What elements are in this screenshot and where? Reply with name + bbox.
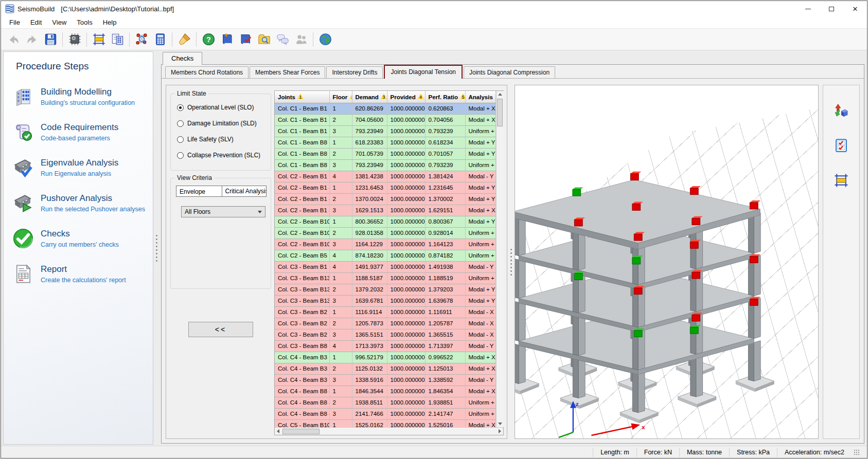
collapse-panel-button[interactable]: << (188, 322, 253, 337)
table-row[interactable]: Col. C3 - Beam B211116.91141000.0000001.… (275, 306, 495, 318)
table-row[interactable]: Col. C2 - Beam B1031164.12291000.0000001… (275, 238, 495, 250)
resize-grip-icon[interactable] (854, 449, 860, 455)
building-3d-model[interactable]: zx (515, 85, 818, 438)
sidebar-item-checks[interactable]: Checks Carry out members' checks (12, 228, 153, 249)
building-documents-icon[interactable] (108, 30, 127, 49)
envelope-combo[interactable]: Envelope Critical Analysis (176, 186, 267, 197)
table-row[interactable]: Col. C3 - Beam B221205.78731000.0000001.… (275, 318, 495, 329)
table-row[interactable]: Col. C2 - Beam B1 -11231.64531000.000000… (275, 182, 495, 193)
table-row[interactable]: Col. C2 - Beam B102928.013581000.0000000… (275, 227, 495, 238)
redo-icon[interactable] (23, 30, 41, 49)
table-row[interactable]: Col. C2 - Beam B54874.182301000.0000000.… (275, 250, 495, 261)
column-header-ratio[interactable]: Perf. Ratio5 (425, 91, 465, 103)
undo-icon[interactable] (4, 30, 23, 49)
cell-joint: Col. C3 - Beam B13 (275, 284, 329, 295)
tab-checks[interactable]: Checks (163, 52, 202, 65)
floors-select[interactable]: All Floors (181, 206, 265, 217)
frame-view-button[interactable] (831, 171, 851, 190)
scroll-left-button[interactable] (275, 428, 281, 435)
sidebar-item-eigenvalue-analysis[interactable]: Eigenvalue Analysis Run Eigenvalue analy… (12, 157, 153, 178)
table-row[interactable]: Col. C3 - Beam B1321379.20321000.0000001… (275, 284, 495, 295)
verified-book-icon[interactable] (236, 30, 255, 49)
globe-icon[interactable] (316, 30, 334, 49)
scroll-right-button[interactable] (497, 428, 503, 435)
processor-icon[interactable] (65, 30, 84, 49)
sidebar-item-code-requirements[interactable]: Code Requirements Code-based parameters (12, 121, 153, 143)
radio-damage-limitation-sld[interactable]: Damage Limitation (SLD) (177, 120, 267, 127)
table-row[interactable]: Col. C1 - Beam B82701.057391000.0000000.… (275, 148, 495, 159)
column-header-floor[interactable]: Floor2 (329, 91, 352, 103)
tab-joints-diagonal-compression[interactable]: Joints Diagonal Compression (464, 66, 555, 78)
horizontal-scrollbar[interactable] (275, 427, 503, 435)
community-icon[interactable] (292, 30, 310, 49)
menu-file[interactable]: File (4, 17, 25, 28)
table-row[interactable]: Col. C2 - Beam B101800.366521000.0000000… (275, 216, 495, 227)
tab-interstorey-drifts[interactable]: Interstorey Drifts (326, 66, 383, 78)
minimize-button[interactable] (796, 1, 820, 16)
table-row[interactable]: Col. C2 - Beam B1 -31629.15131000.000000… (275, 205, 495, 216)
frame-section-icon[interactable] (90, 30, 108, 49)
menu-tools[interactable]: Tools (72, 17, 97, 28)
table-row[interactable]: Col. C2 - Beam B141381.42381000.0000001.… (275, 171, 495, 182)
table-row[interactable]: Col. C1 - Beam B12704.056001000.0000000.… (275, 114, 495, 125)
table-row[interactable]: Col. C2 - Beam B1 -21370.00241000.000000… (275, 193, 495, 205)
tab-members-shear-forces[interactable]: Members Shear Forces (250, 66, 325, 78)
table-row[interactable]: Col. C4 - Beam B8 -32141.74661000.000000… (275, 408, 495, 419)
table-row[interactable]: Col. C1 - Beam B13793.239491000.0000000.… (275, 125, 495, 137)
sidebar-item-pushover-analysis[interactable]: Pushover Analysis Run the selected Pusho… (12, 192, 153, 214)
column-header-analysis[interactable]: Analysis6 (465, 91, 495, 103)
close-button[interactable]: ✕ (843, 1, 867, 16)
main-panel: Checks Members Chord RotationsMembers Sh… (160, 50, 867, 446)
table-row[interactable]: Col. C1 - Beam B81618.233831000.0000000.… (275, 137, 495, 148)
menu-view[interactable]: View (47, 17, 72, 28)
table-row[interactable]: Col. C4 - Beam B8 -21938.85111000.000000… (275, 397, 495, 408)
table-row[interactable]: Col. C4 - Beam B31996.521791000.0000000.… (275, 352, 495, 363)
view-orientation-button[interactable] (831, 101, 851, 120)
scroll-up-button[interactable] (497, 91, 503, 98)
model-viewport[interactable]: zx (515, 85, 819, 439)
cell-analysis: Modal - Y - (465, 340, 495, 352)
tab-members-chord-rotations[interactable]: Members Chord Rotations (165, 66, 249, 78)
maximize-button[interactable] (820, 1, 843, 16)
nodes-search-icon[interactable] (132, 30, 151, 49)
radio-collapse-prevention-slc[interactable]: Collapse Prevention (SLC) (177, 152, 267, 159)
save-icon[interactable] (41, 30, 60, 49)
folder-search-icon[interactable] (255, 30, 273, 49)
discussion-bubbles-icon[interactable] (273, 30, 292, 49)
table-row[interactable]: Col. C3 - Beam B1311188.51871000.0000001… (275, 272, 495, 284)
calculator-icon[interactable] (151, 30, 169, 49)
column-header-provided[interactable]: Provided4 (387, 91, 425, 103)
help-icon[interactable]: ? (199, 30, 218, 49)
sidebar-item-report[interactable]: Report Create the calculations' report (12, 263, 153, 285)
menu-edit[interactable]: Edit (25, 17, 47, 28)
manual-book-icon[interactable] (218, 30, 236, 49)
horizontal-scroll-thumb[interactable] (282, 429, 320, 434)
analysis-select[interactable]: Critical Analysis (222, 186, 267, 196)
viewport-splitter[interactable] (507, 85, 515, 439)
table-row[interactable]: Col. C4 - Beam B321125.01321000.0000001.… (275, 363, 495, 374)
table-row[interactable]: Col. C3 - Beam B231365.51511000.0000001.… (275, 329, 495, 340)
vertical-scrollbar[interactable] (496, 91, 504, 427)
table-row[interactable]: Col. C4 - Beam B331338.59161000.0000001.… (275, 374, 495, 385)
checks-list-button[interactable] (831, 136, 851, 155)
tab-joints-diagonal-tension[interactable]: Joints Diagonal Tension (384, 65, 463, 79)
sidebar-splitter[interactable] (153, 50, 160, 446)
column-header-demand[interactable]: Demand3 (352, 91, 387, 103)
table-row[interactable]: Col. C3 - Beam B841713.39731000.0000001.… (275, 340, 495, 352)
table-row[interactable]: Col. C3 - Beam B141491.93771000.0000001.… (275, 261, 495, 272)
vertical-scroll-thumb[interactable] (497, 99, 503, 126)
app-window: SeismoBuild [C:\Users\admin\Desktop\Tuto… (1, 1, 867, 458)
menu-help[interactable]: Help (98, 17, 122, 28)
table-row[interactable]: Col. C1 - Beam B11620.862691000.0000000.… (275, 103, 495, 114)
status-item-mass: Mass: tonne (679, 448, 729, 457)
table-row[interactable]: Col. C1 - Beam B83793.239491000.0000000.… (275, 159, 495, 171)
radio-operational-level-slo[interactable]: Operational Level (SLO) (177, 104, 267, 111)
scroll-down-button[interactable] (497, 420, 503, 427)
column-header-joint[interactable]: Joints1 (275, 91, 329, 103)
radio-life-safety-slv[interactable]: Life Safety (SLV) (177, 136, 267, 143)
paint-brush-icon[interactable] (175, 30, 193, 49)
table-row[interactable]: Col. C4 - Beam B8 -11846.35441000.000000… (275, 385, 495, 397)
table-row[interactable]: Col. C3 - Beam B1331639.67811000.0000001… (275, 295, 495, 306)
sidebar-item-building-modelling[interactable]: Building Modelling Building's structural… (12, 86, 153, 107)
sidebar-item-subtitle: Building's structural configuration (41, 99, 135, 106)
